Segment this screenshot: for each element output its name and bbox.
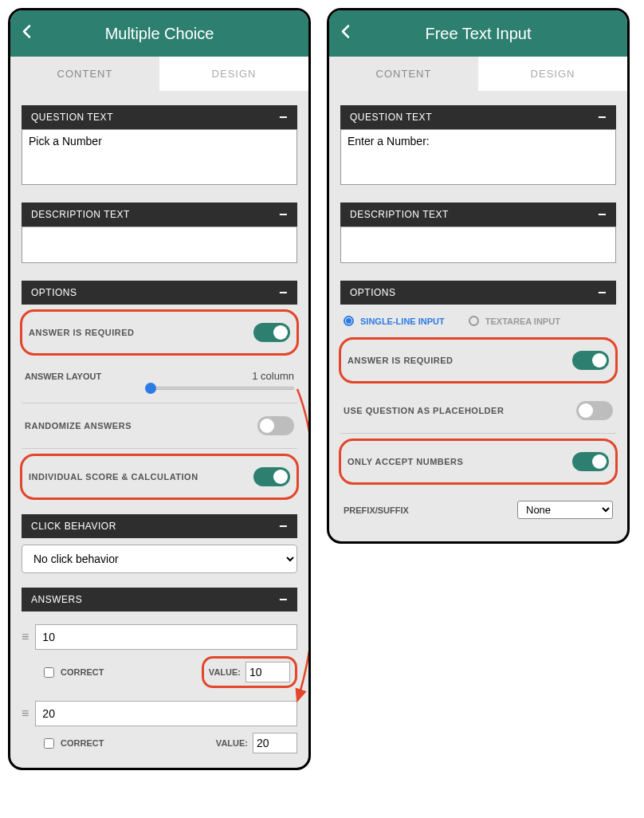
back-button[interactable] [22,25,31,43]
toggle-use-placeholder[interactable] [576,401,613,420]
section-answers[interactable]: ANSWERS − [22,588,297,612]
highlight-value: VALUE: [202,656,297,688]
toggle-randomize[interactable] [257,416,294,435]
slider-thumb[interactable] [145,383,156,394]
radio-icon [469,316,479,326]
radio-single-line[interactable]: SINGLE-LINE INPUT [344,316,445,326]
answer-layout-slider[interactable] [146,387,294,390]
section-click-behavior[interactable]: CLICK BEHAVIOR − [22,514,297,538]
option-label: PREFIX/SUFFIX [344,505,409,515]
section-label: QUESTION TEXT [350,112,432,123]
option-label: ANSWER IS REQUIRED [348,356,453,365]
answer-row: ≡ [22,701,297,726]
question-text-input[interactable]: Pick a Number [22,129,297,185]
collapse-icon: − [598,113,607,121]
correct-checkbox[interactable] [44,667,54,678]
answer-layout-value: 1 column [252,370,294,382]
option-label: ONLY ACCEPT NUMBERS [348,457,463,466]
prefix-suffix-select[interactable]: None [517,501,613,519]
toggle-only-numbers[interactable] [572,452,609,471]
value-input[interactable] [253,733,297,753]
chevron-left-icon [340,25,350,39]
section-options[interactable]: OPTIONS − [340,281,616,305]
panel-title: Free Text Input [425,25,531,43]
section-description-text[interactable]: DESCRIPTION TEXT − [22,203,297,226]
collapse-icon: − [279,289,288,297]
drag-handle-icon[interactable]: ≡ [22,630,29,644]
tabs: CONTENT DESIGN [329,57,627,91]
collapse-icon: − [598,289,607,297]
value-label: VALUE: [209,667,241,677]
radio-label: SINGLE-LINE INPUT [360,317,445,326]
tab-content[interactable]: CONTENT [329,57,478,91]
correct-label: CORRECT [61,667,104,677]
option-label: ANSWER LAYOUT [25,372,101,381]
collapse-icon: − [598,210,607,218]
radio-label: TEXTAREA INPUT [485,317,560,326]
toggle-individual-score[interactable] [253,467,290,486]
section-question-text[interactable]: QUESTION TEXT − [340,105,616,129]
option-label: INDIVIDUAL SCORE & CALCULATION [29,472,198,482]
question-text-input[interactable]: Enter a Number: [340,129,616,185]
multiple-choice-panel: Multiple Choice CONTENT DESIGN QUESTION … [8,8,311,770]
option-label: USE QUESTION AS PLACEHOLDER [344,406,504,415]
tab-design[interactable]: DESIGN [478,57,627,91]
toggle-answer-required[interactable] [253,323,290,342]
tab-content[interactable]: CONTENT [10,57,159,91]
value-input[interactable] [245,662,290,682]
answer-text-input[interactable] [35,624,297,650]
option-label: RANDOMIZE ANSWERS [25,421,132,431]
back-button[interactable] [340,25,350,43]
section-label: CLICK BEHAVIOR [31,521,116,532]
value-label: VALUE: [216,738,248,748]
panel-header: Multiple Choice [10,10,308,57]
drag-handle-icon[interactable]: ≡ [22,706,29,721]
section-label: OPTIONS [350,287,396,298]
section-label: DESCRIPTION TEXT [31,209,130,220]
correct-label: CORRECT [61,738,104,748]
collapse-icon: − [279,210,288,218]
tab-design[interactable]: DESIGN [159,57,308,91]
section-label: OPTIONS [31,287,77,298]
collapse-icon: − [279,522,288,530]
highlight-answer-required: ANSWER IS REQUIRED [20,309,299,356]
highlight-answer-required: ANSWER IS REQUIRED [339,337,618,383]
click-behavior-select[interactable]: No click behavior [22,545,297,573]
tabs: CONTENT DESIGN [10,57,308,91]
collapse-icon: − [279,113,288,121]
section-label: DESCRIPTION TEXT [350,209,449,220]
radio-textarea[interactable]: TEXTAREA INPUT [469,316,560,326]
highlight-only-numbers: ONLY ACCEPT NUMBERS [339,438,618,485]
free-text-panel: Free Text Input CONTENT DESIGN QUESTION … [327,8,630,544]
collapse-icon: − [279,596,288,604]
chevron-left-icon [22,25,31,39]
answer-layout-row: ANSWER LAYOUT 1 column [22,360,297,403]
answer-row: ≡ [22,624,297,650]
radio-icon [344,316,354,326]
section-label: QUESTION TEXT [31,112,113,123]
description-text-input[interactable] [340,226,616,263]
section-description-text[interactable]: DESCRIPTION TEXT − [340,203,616,226]
section-question-text[interactable]: QUESTION TEXT − [22,105,297,129]
description-text-input[interactable] [22,226,297,263]
panel-title: Multiple Choice [105,25,214,43]
highlight-individual-score: INDIVIDUAL SCORE & CALCULATION [20,454,299,500]
toggle-answer-required[interactable] [572,351,609,370]
option-label: ANSWER IS REQUIRED [29,328,134,337]
section-label: ANSWERS [31,594,82,605]
panel-header: Free Text Input [329,10,627,57]
correct-checkbox[interactable] [44,738,54,749]
section-options[interactable]: OPTIONS − [22,281,297,305]
answer-text-input[interactable] [35,701,297,726]
